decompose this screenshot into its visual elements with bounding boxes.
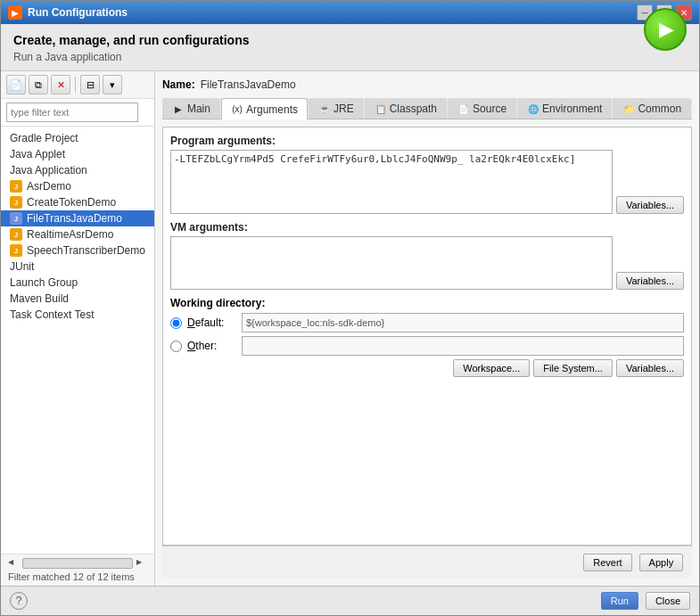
filter-button[interactable]: ⊟ bbox=[80, 75, 100, 94]
common-tab-label: Common bbox=[638, 103, 681, 115]
sidebar-item-asrdemo[interactable]: J AsrDemo bbox=[1, 178, 154, 194]
sidebar-item-realtimeasr[interactable]: J RealtimeAsrDemo bbox=[1, 226, 154, 242]
program-args-input[interactable]: -LTEFZbLCgYrm4Pd5 CrefeFirWTFy6ur0,LblcJ… bbox=[170, 150, 613, 214]
java-icon: J bbox=[10, 180, 22, 193]
filter-area bbox=[1, 99, 154, 127]
classpath-tab-label: Classpath bbox=[390, 103, 437, 115]
createtoken-label: CreateTokenDemo bbox=[27, 196, 116, 209]
tab-common[interactable]: 📁 Common bbox=[613, 98, 691, 119]
maven-label: Maven Build bbox=[10, 292, 69, 305]
delete-button[interactable]: ✕ bbox=[51, 75, 70, 94]
program-args-label: Program arguments: bbox=[170, 135, 684, 147]
window-icon: ▶ bbox=[8, 5, 22, 20]
workspace-button[interactable]: Workspace... bbox=[453, 359, 530, 377]
tab-jre[interactable]: ☕ JRE bbox=[309, 98, 364, 119]
revert-button[interactable]: Revert bbox=[583, 554, 631, 571]
sidebar-footer: ◀ ▶ Filter matched 12 of 12 items bbox=[1, 554, 154, 586]
classpath-tab-icon: 📋 bbox=[375, 103, 387, 115]
sidebar-item-junit[interactable]: JUnit bbox=[1, 259, 154, 275]
sidebar-item-gradle[interactable]: Gradle Project bbox=[1, 130, 154, 146]
asrdemo-label: AsrDemo bbox=[27, 180, 71, 193]
source-tab-icon: 📄 bbox=[457, 103, 470, 115]
sidebar-item-maven[interactable]: Maven Build bbox=[1, 291, 154, 307]
jre-tab-icon: ☕ bbox=[318, 103, 331, 115]
other-radio[interactable] bbox=[170, 341, 182, 352]
java-application-label: Java Application bbox=[10, 164, 87, 177]
duplicate-button[interactable]: ⧉ bbox=[29, 75, 48, 94]
horizontal-scroll-area: ◀ ▶ bbox=[8, 558, 147, 569]
tab-environment[interactable]: 🌐 Environment bbox=[517, 98, 612, 119]
bottom-bar: ? Run Close bbox=[1, 586, 699, 615]
help-button[interactable]: ? bbox=[10, 592, 28, 610]
sidebar-item-java-application[interactable]: Java Application bbox=[1, 162, 154, 178]
vm-args-label: VM arguments: bbox=[170, 221, 684, 234]
junit-label: JUnit bbox=[10, 260, 34, 273]
java-icon: J bbox=[10, 244, 22, 257]
name-value: FileTransJavaDemo bbox=[201, 78, 296, 91]
file-system-button[interactable]: File System... bbox=[533, 359, 613, 377]
close-button[interactable]: Close bbox=[646, 592, 690, 610]
launch-label: Launch Group bbox=[10, 276, 78, 289]
sidebar-item-filetrans[interactable]: J FileTransJavaDemo bbox=[1, 210, 154, 226]
tab-source[interactable]: 📄 Source bbox=[448, 98, 516, 119]
args-tab-icon: (x) bbox=[231, 103, 243, 116]
taskcontext-label: Task Context Test bbox=[10, 308, 95, 321]
apply-button[interactable]: Apply bbox=[639, 554, 684, 571]
sidebar-item-launch[interactable]: Launch Group bbox=[1, 275, 154, 291]
vm-args-section: VM arguments: Variables... bbox=[170, 221, 684, 290]
dir-buttons: Workspace... File System... Variables... bbox=[170, 359, 684, 377]
tab-main[interactable]: ▶ Main bbox=[162, 98, 220, 119]
sidebar-toolbar: 📄 ⧉ ✕ ⊟ ▾ bbox=[1, 71, 154, 99]
filter-input[interactable] bbox=[6, 103, 138, 122]
sidebar-item-taskcontext[interactable]: Task Context Test bbox=[1, 307, 154, 323]
scroll-left-arrow[interactable]: ◀ bbox=[8, 558, 19, 569]
sidebar-item-createtoken[interactable]: J CreateTokenDemo bbox=[1, 194, 154, 210]
run-button[interactable]: Run bbox=[601, 592, 638, 610]
arguments-content: Program arguments: -LTEFZbLCgYrm4Pd5 Cre… bbox=[162, 127, 692, 546]
run-icon bbox=[644, 8, 687, 51]
main-content: 📄 ⧉ ✕ ⊟ ▾ Gradle Project Java Applet Jav… bbox=[1, 71, 699, 586]
new-config-button[interactable]: 📄 bbox=[6, 75, 26, 94]
java-applet-label: Java Applet bbox=[10, 148, 65, 160]
main-tab-icon: ▶ bbox=[172, 103, 185, 115]
working-dir-label: Working directory: bbox=[170, 297, 684, 309]
config-tabs: ▶ Main (x) Arguments ☕ JRE 📋 Classpath 📄 bbox=[162, 98, 692, 119]
separator bbox=[75, 77, 76, 93]
config-panel: Name: FileTransJavaDemo ▶ Main (x) Argum… bbox=[155, 71, 699, 586]
program-args-variables-button[interactable]: Variables... bbox=[616, 196, 684, 214]
common-tab-icon: 📁 bbox=[622, 103, 635, 115]
header-title: Create, manage, and run configurations bbox=[13, 33, 687, 47]
args-tab-label: Arguments bbox=[246, 103, 298, 116]
program-args-row: -LTEFZbLCgYrm4Pd5 CrefeFirWTFy6ur0,LblcJ… bbox=[170, 150, 684, 214]
default-dir-input bbox=[242, 313, 684, 333]
sidebar-item-java-applet[interactable]: Java Applet bbox=[1, 146, 154, 162]
working-dir-section: Working directory: Default: Other: Works… bbox=[170, 297, 684, 377]
main-tab-label: Main bbox=[187, 103, 210, 115]
jre-tab-label: JRE bbox=[334, 103, 354, 115]
tab-arguments[interactable]: (x) Arguments bbox=[221, 98, 308, 119]
horizontal-scrollbar[interactable] bbox=[22, 558, 133, 569]
vm-args-input[interactable] bbox=[170, 236, 613, 290]
env-tab-icon: 🌐 bbox=[527, 103, 539, 115]
tab-classpath[interactable]: 📋 Classpath bbox=[365, 98, 447, 119]
gradle-label: Gradle Project bbox=[10, 132, 78, 144]
other-dir-input[interactable] bbox=[242, 336, 684, 356]
name-label: Name: bbox=[162, 78, 195, 91]
header-subtitle: Run a Java application bbox=[13, 51, 687, 63]
default-radio-row: Default: bbox=[170, 313, 684, 333]
sidebar-list: Gradle Project Java Applet Java Applicat… bbox=[1, 127, 154, 554]
default-radio[interactable] bbox=[170, 317, 182, 329]
name-row: Name: FileTransJavaDemo bbox=[162, 78, 692, 91]
speechtrans-label: SpeechTranscriberDemo bbox=[27, 244, 145, 257]
vm-args-variables-button[interactable]: Variables... bbox=[616, 272, 684, 290]
java-icon: J bbox=[10, 228, 22, 241]
bottom-buttons: Run Close bbox=[601, 592, 690, 610]
java-icon: J bbox=[10, 212, 22, 225]
other-radio-label: Other: bbox=[187, 340, 236, 352]
more-options-button[interactable]: ▾ bbox=[103, 75, 122, 94]
title-bar-left: ▶ Run Configurations bbox=[8, 5, 128, 20]
vm-args-row: Variables... bbox=[170, 236, 684, 290]
dir-variables-button[interactable]: Variables... bbox=[616, 359, 684, 377]
sidebar-item-speechtrans[interactable]: J SpeechTranscriberDemo bbox=[1, 242, 154, 259]
scroll-right-arrow[interactable]: ▶ bbox=[136, 558, 147, 569]
